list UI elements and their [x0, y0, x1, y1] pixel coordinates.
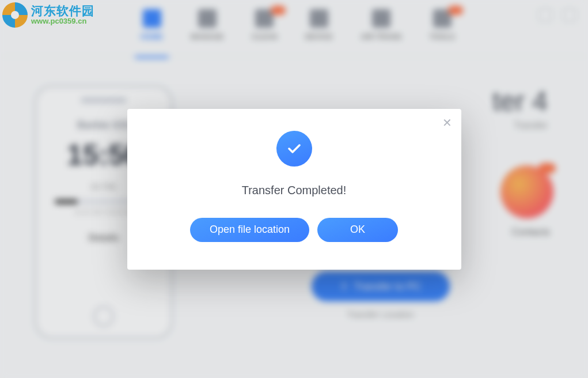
- ok-button[interactable]: OK: [317, 218, 398, 242]
- modal-button-row: Open file location OK: [190, 218, 398, 242]
- open-file-location-button[interactable]: Open file location: [190, 218, 309, 242]
- checkmark-icon: [276, 131, 312, 167]
- close-icon[interactable]: ✕: [442, 117, 452, 128]
- transfer-complete-modal: ✕ Transfer Completed! Open file location…: [127, 109, 461, 270]
- modal-title: Transfer Completed!: [242, 184, 347, 197]
- modal-overlay: ✕ Transfer Completed! Open file location…: [0, 0, 588, 378]
